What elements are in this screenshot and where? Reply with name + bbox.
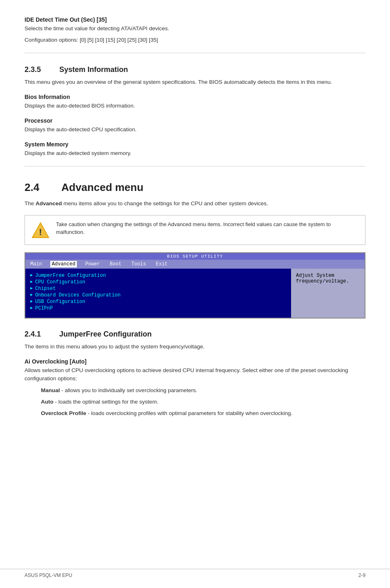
svg-text:!: ! bbox=[39, 227, 42, 237]
page-footer: ASUS P5QL-VM EPU 2-9 bbox=[0, 569, 390, 578]
option-auto: Auto - loads the optimal settings for th… bbox=[41, 398, 365, 406]
section-24-intro: The Advanced menu items allow you to cha… bbox=[25, 200, 365, 208]
section-235-intro: This menu gives you an overview of the g… bbox=[25, 78, 365, 86]
arrow-icon-5: ► bbox=[30, 299, 33, 304]
arrow-icon-3: ► bbox=[30, 286, 33, 291]
footer-left: ASUS P5QL-VM EPU bbox=[25, 572, 72, 578]
caution-text: Take caution when changing the settings … bbox=[56, 220, 359, 236]
option-overclock-profile-text: Overclock Profile - loads overclocking p… bbox=[41, 409, 365, 417]
section-divider-2 bbox=[25, 166, 365, 166]
caution-icon: ! bbox=[31, 221, 49, 239]
section-241-heading: JumperFree Configuration bbox=[59, 330, 152, 339]
ai-overclock-desc: Allows selection of CPU overclocking opt… bbox=[25, 366, 365, 383]
section-24: 2.4 Advanced menu The Advanced menu item… bbox=[25, 181, 365, 319]
processor-desc: Displays the auto-detected CPU specifica… bbox=[25, 126, 365, 134]
bios-item-jumperfree[interactable]: ► JumperFree Configuration bbox=[30, 273, 286, 278]
bios-item-chipset[interactable]: ► Chipset bbox=[30, 286, 286, 292]
bios-nav-power[interactable]: Power bbox=[83, 261, 101, 267]
ide-config-options: Configuration options: [0] [5] [10] [15]… bbox=[25, 36, 365, 44]
option-overclock-profile: Overclock Profile - loads overclocking p… bbox=[41, 409, 365, 417]
bios-item-usb-label: USB Configuration bbox=[35, 299, 85, 305]
bios-item-jumperfree-label: JumperFree Configuration bbox=[35, 273, 106, 278]
bios-body: ► JumperFree Configuration ► CPU Configu… bbox=[25, 269, 365, 318]
bios-menu-list: ► JumperFree Configuration ► CPU Configu… bbox=[25, 269, 291, 318]
processor-heading: Processor bbox=[25, 117, 365, 124]
bios-nav: Main Advanced Power Boot Tools Exit bbox=[25, 260, 365, 269]
bios-right-text: Adjust System frequency/voltage. bbox=[296, 273, 349, 284]
arrow-icon-6: ► bbox=[30, 306, 33, 310]
option-overclock-profile-desc: - loads overclocking profiles with optim… bbox=[88, 410, 292, 416]
option-manual: Manual - allows you to individually set … bbox=[41, 386, 365, 395]
option-manual-text: Manual - allows you to individually set … bbox=[41, 386, 365, 395]
section-24-title: 2.4 Advanced menu bbox=[25, 181, 365, 194]
bios-item-chipset-label: Chipset bbox=[35, 286, 56, 292]
bios-header: BIOS SETUP UTILITY bbox=[25, 253, 365, 260]
bios-item-usb[interactable]: ► USB Configuration bbox=[30, 299, 286, 305]
section-235-heading: System Information bbox=[59, 65, 128, 74]
option-manual-desc: - allows you to individually set overclo… bbox=[61, 387, 197, 393]
ide-description: Selects the time out value for detecting… bbox=[25, 25, 365, 33]
option-auto-text: Auto - loads the optimal settings for th… bbox=[41, 398, 365, 406]
bios-item-pcipnp-label: PCIPnP bbox=[35, 305, 53, 311]
bios-info-heading: Bios Information bbox=[25, 94, 365, 100]
option-overclock-profile-label: Overclock Profile bbox=[41, 410, 86, 416]
bios-nav-main[interactable]: Main bbox=[29, 261, 44, 267]
bios-nav-advanced[interactable]: Advanced bbox=[50, 261, 77, 267]
bios-item-onboard-label: Onboard Devices Configuration bbox=[35, 292, 121, 298]
bios-screenshot: BIOS SETUP UTILITY Main Advanced Power B… bbox=[25, 252, 365, 319]
intro-pre: The bbox=[25, 200, 36, 206]
bios-item-cpu-label: CPU Configuration bbox=[35, 279, 85, 285]
ai-overclock-heading: Ai Overclocking [Auto] bbox=[25, 358, 365, 365]
caution-box: ! Take caution when changing the setting… bbox=[25, 215, 365, 245]
option-auto-label: Auto bbox=[41, 399, 54, 405]
system-memory-heading: System Memory bbox=[25, 141, 365, 148]
section-24-heading: Advanced menu bbox=[61, 181, 143, 194]
option-auto-desc: - loads the optimal settings for the sys… bbox=[55, 399, 159, 405]
section-24-number: 2.4 bbox=[25, 181, 49, 194]
intro-post: menu items allow you to change the setti… bbox=[62, 200, 268, 206]
section-241-intro: The items in this menu allows you to adj… bbox=[25, 343, 365, 351]
ide-title: IDE Detect Time Out (Sec) [35] bbox=[25, 16, 365, 23]
section-241: 2.4.1 JumperFree Configuration The items… bbox=[25, 330, 365, 418]
section-235-title: 2.3.5 System Information bbox=[25, 65, 365, 74]
section-235-number: 2.3.5 bbox=[25, 65, 47, 74]
arrow-icon-2: ► bbox=[30, 280, 33, 284]
section-divider-1 bbox=[25, 53, 365, 53]
section-235: 2.3.5 System Information This menu gives… bbox=[25, 65, 365, 158]
ide-section: IDE Detect Time Out (Sec) [35] Selects t… bbox=[25, 16, 365, 45]
section-241-title: 2.4.1 JumperFree Configuration bbox=[25, 330, 365, 339]
section-241-number: 2.4.1 bbox=[25, 330, 47, 339]
intro-bold: Advanced bbox=[36, 200, 62, 206]
bios-right-panel: Adjust System frequency/voltage. bbox=[291, 269, 365, 318]
bios-item-pcipnp[interactable]: ► PCIPnP bbox=[30, 305, 286, 311]
arrow-icon-4: ► bbox=[30, 293, 33, 297]
bios-nav-tools[interactable]: Tools bbox=[130, 261, 148, 267]
bios-info-desc: Displays the auto-detected BIOS informat… bbox=[25, 102, 365, 110]
bios-nav-exit[interactable]: Exit bbox=[154, 261, 169, 267]
bios-item-onboard[interactable]: ► Onboard Devices Configuration bbox=[30, 292, 286, 298]
footer-right: 2-9 bbox=[359, 572, 365, 578]
system-memory-desc: Displays the auto-detected system memory… bbox=[25, 149, 365, 157]
bios-nav-boot[interactable]: Boot bbox=[108, 261, 123, 267]
arrow-icon-1: ► bbox=[30, 273, 33, 278]
option-manual-label: Manual bbox=[41, 387, 60, 393]
bios-item-cpu[interactable]: ► CPU Configuration bbox=[30, 279, 286, 285]
